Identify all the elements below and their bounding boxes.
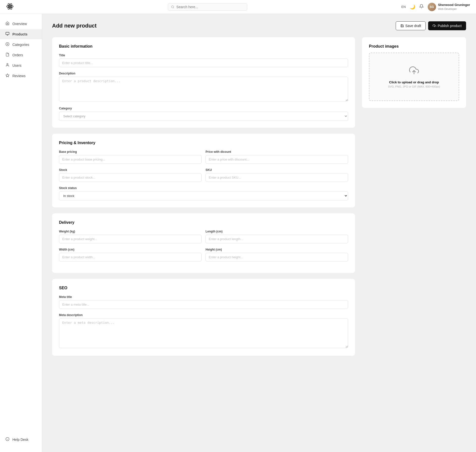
upload-or-label: or drag and drop [413, 80, 439, 84]
upload-area[interactable]: Click to upload or drag and drop SVG, PN… [369, 53, 459, 101]
left-column: Basic information Title Description Cate… [52, 37, 355, 356]
category-select[interactable]: Select category Electronics Clothing Boo… [59, 112, 348, 121]
page-header: Add new product Save draft Publish produ… [52, 21, 466, 30]
delivery-section: Delivery Weight (kg) Length (cm) [52, 213, 355, 273]
weight-input[interactable] [59, 235, 202, 243]
weight-label: Weight (kg) [59, 230, 202, 233]
sku-group: SKU [206, 168, 348, 186]
page-title: Add new product [52, 23, 97, 29]
search-input[interactable] [176, 5, 244, 9]
products-icon [5, 32, 10, 37]
meta-title-group: Meta title [59, 295, 348, 309]
sidebar-reviews-label: Reviews [12, 74, 26, 78]
length-input[interactable] [206, 235, 348, 243]
stock-row: Stock SKU [59, 168, 348, 186]
height-label: Height (cm) [206, 248, 348, 251]
width-label: Width (cm) [59, 248, 202, 251]
sidebar: Overview Products Categories Orders [0, 14, 42, 452]
base-pricing-group: Base pricing [59, 150, 202, 164]
description-field-group: Description [59, 72, 348, 102]
sidebar-users-label: Users [12, 64, 22, 67]
notifications-icon[interactable] [419, 4, 424, 10]
height-group: Height (cm) [206, 248, 348, 266]
sidebar-item-categories[interactable]: Categories [0, 40, 42, 50]
sidebar-orders-label: Orders [12, 53, 23, 57]
title-field-group: Title [59, 54, 348, 67]
stock-status-select[interactable]: In stock Out of stock Backorder [59, 191, 348, 200]
upload-hint: SVG, PNG, JPG or GIF (MAX. 800×400px) [388, 85, 440, 88]
height-input[interactable] [206, 253, 348, 261]
helpdesk-icon [5, 437, 10, 442]
home-icon [5, 21, 10, 26]
svg-line-5 [173, 7, 174, 8]
navbar-logo [6, 2, 14, 11]
theme-toggle-icon[interactable]: 🌙 [410, 4, 415, 10]
discount-price-label: Price with dicount [206, 150, 348, 154]
pricing-row: Base pricing Price with dicount [59, 150, 348, 168]
delivery-title: Delivery [59, 220, 348, 225]
save-draft-button[interactable]: Save draft [396, 21, 426, 30]
user-menu[interactable]: SG Sherwood Gruninger Web Developer [428, 3, 470, 11]
content-grid: Basic information Title Description Cate… [52, 37, 466, 356]
meta-title-input[interactable] [59, 300, 348, 309]
meta-desc-label: Meta description [59, 313, 348, 317]
categories-icon [5, 42, 10, 47]
seo-title: SEO [59, 286, 348, 290]
length-label: Length (cm) [206, 230, 348, 233]
stock-group: Stock [59, 168, 202, 182]
sidebar-item-products[interactable]: Products [0, 29, 42, 39]
reviews-icon [5, 73, 10, 78]
meta-desc-group: Meta description [59, 313, 348, 349]
seo-section: SEO Meta title Meta description [52, 279, 355, 356]
user-name: Sherwood Gruninger [438, 3, 470, 7]
sidebar-products-label: Products [12, 32, 28, 36]
upload-click-label: Click to upload [389, 80, 412, 84]
publish-button[interactable]: Publish product [428, 21, 466, 30]
basic-info-title: Basic information [59, 44, 348, 49]
sidebar-item-users[interactable]: Users [0, 61, 42, 70]
stock-input[interactable] [59, 173, 202, 182]
sidebar-item-overview[interactable]: Overview [0, 19, 42, 29]
base-pricing-input[interactable] [59, 155, 202, 164]
svg-point-4 [172, 6, 174, 8]
base-pricing-label: Base pricing [59, 150, 202, 154]
svg-point-12 [7, 64, 8, 65]
layout: Overview Products Categories Orders [0, 14, 476, 452]
sku-label: SKU [206, 168, 348, 172]
page-header-actions: Save draft Publish product [396, 21, 466, 30]
publish-icon [433, 24, 436, 28]
width-height-row: Width (cm) Height (cm) [59, 248, 348, 266]
length-group: Length (cm) [206, 230, 348, 248]
product-images-section: Product images Click to upload or drag a… [362, 37, 466, 108]
sidebar-item-helpdesk[interactable]: Help Desk [0, 435, 42, 445]
sidebar-categories-label: Categories [12, 43, 29, 47]
discount-price-group: Price with dicount [206, 150, 348, 168]
sidebar-nav: Overview Products Categories Orders [0, 19, 42, 81]
description-input[interactable] [59, 77, 348, 101]
sku-input[interactable] [206, 173, 348, 182]
svg-marker-13 [6, 74, 9, 77]
save-icon [400, 24, 404, 28]
sidebar-item-reviews[interactable]: Reviews [0, 71, 42, 81]
description-label: Description [59, 72, 348, 75]
navbar-right: EN 🌙 SG Sherwood Gruninger Web Developer [401, 3, 470, 11]
upload-cloud-icon [409, 65, 419, 77]
stock-label: Stock [59, 168, 202, 172]
upload-text: Click to upload or drag and drop [389, 80, 439, 84]
pricing-section: Pricing & Inventory Base pricing Price w… [52, 134, 355, 207]
product-images-title: Product images [369, 44, 459, 49]
search-bar[interactable] [168, 3, 247, 11]
sidebar-item-orders[interactable]: Orders [0, 50, 42, 60]
sidebar-helpdesk-label: Help Desk [12, 438, 29, 442]
meta-desc-input[interactable] [59, 318, 348, 348]
discount-price-input[interactable] [206, 155, 348, 164]
title-input[interactable] [59, 59, 348, 67]
language-selector[interactable]: EN [401, 5, 406, 9]
weight-length-row: Weight (kg) Length (cm) [59, 230, 348, 248]
svg-rect-6 [6, 32, 9, 34]
title-label: Title [59, 54, 348, 57]
search-icon [171, 5, 174, 9]
navbar: EN 🌙 SG Sherwood Gruninger Web Developer [0, 0, 476, 14]
svg-point-0 [9, 6, 11, 7]
width-input[interactable] [59, 253, 202, 261]
